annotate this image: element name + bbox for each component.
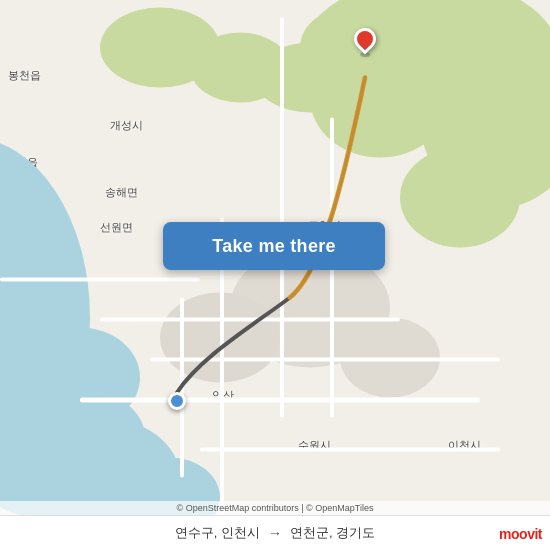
destination-location: 연천군, 경기도 [290,524,375,542]
city-label-bongcheonup: 봉천읍 [8,68,41,83]
city-label-suwonsi: 수원시 [298,438,331,453]
attribution-content: © OpenStreetMap contributors | © OpenMap… [177,503,374,513]
city-label-seonwonmyeon: 선원면 [100,220,133,235]
city-label-bucheonsi: 부천시 [198,308,231,323]
city-label-seongnamsi: 성남시 [383,338,416,353]
city-label-samsanmyeon: 삼산면 [10,230,43,245]
city-label-seodomyeon: 서도면 [3,285,36,300]
origin-location: 연수구, 인천시 [175,524,260,542]
city-label-bukdomyeon: 북도면 [42,328,75,343]
city-label-pocheonsi: 포천시 [378,115,411,130]
moovit-logo: moovit [499,526,542,542]
footer-bar: 연수구, 인천시 → 연천군, 경기도 [0,515,550,550]
origin-marker [168,392,186,410]
map-container: 봉천읍 연안읍 삼산면 서도면 북도면 영종도 개성시 송해면 선원면 서면 포… [0,0,550,550]
city-label-ansan: 안산 [212,388,234,403]
origin-pin-circle [168,392,186,410]
map-background [0,0,550,550]
city-label-nammyeon: 남면 [455,175,477,190]
destination-marker [354,28,376,58]
city-label-seomyeon: 서면 [420,62,442,77]
city-label-songhaemyeon: 송해면 [105,185,138,200]
city-label-yeonanup: 연안읍 [5,155,38,170]
city-label-gaeseongsi: 개성시 [110,118,143,133]
destination-pin-head [349,23,380,54]
city-label-seoul: 서울 [305,278,327,293]
city-label-icheonsi: 이천시 [448,438,481,453]
attribution-text: © OpenStreetMap contributors | © OpenMap… [0,501,550,515]
city-label-yeongjongdo: 영종도 [55,375,88,390]
take-me-there-button[interactable]: Take me there [163,222,385,270]
direction-arrow: → [268,525,282,541]
